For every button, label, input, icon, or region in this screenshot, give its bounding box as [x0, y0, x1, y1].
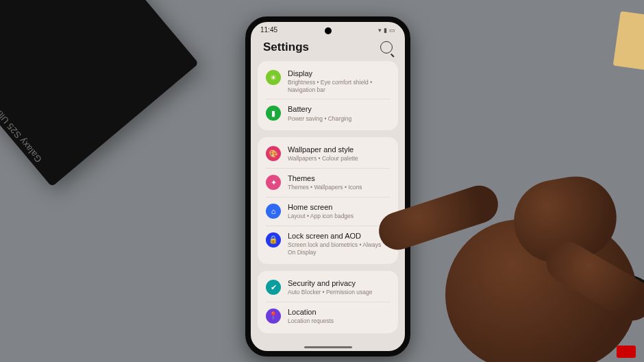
- settings-item-subtitle: Brightness • Eye comfort shield • Naviga…: [288, 79, 390, 93]
- settings-item[interactable]: ✔Security and privacyAuto Blocker • Perm…: [258, 274, 398, 302]
- settings-item[interactable]: ▮BatteryPower saving • Charging: [258, 99, 398, 128]
- sun-icon: ☀: [266, 70, 281, 85]
- signal-icon: ▮: [384, 27, 387, 34]
- search-icon[interactable]: [380, 41, 393, 53]
- settings-item-label: Location: [288, 308, 390, 317]
- status-time: 11:45: [260, 26, 277, 34]
- photo-scene: Galaxy S25 Ultra 11:45 ▾ ▮ ▭ Settings ☀D…: [0, 0, 644, 362]
- settings-item[interactable]: 🔒Lock screen and AODScreen lock and biom…: [258, 226, 398, 261]
- settings-item-subtitle: Auto Blocker • Permission usage: [288, 289, 390, 296]
- settings-item[interactable]: ✦ThemesThemes • Wallpapers • Icons: [258, 169, 398, 197]
- settings-item-label: Home screen: [288, 203, 390, 212]
- settings-item[interactable]: ⌂Home screenLayout • App icon badges: [258, 197, 398, 226]
- pin-icon: 📍: [266, 309, 281, 324]
- settings-group: ✔Security and privacyAuto Blocker • Perm…: [258, 271, 398, 333]
- settings-group: 🎨Wallpaper and styleWallpapers • Colour …: [258, 137, 398, 264]
- phone-frame: 11:45 ▾ ▮ ▭ Settings ☀DisplayBrightness …: [245, 16, 410, 357]
- home-icon: ⌂: [266, 204, 281, 219]
- battery-icon-status: ▭: [389, 27, 395, 34]
- brush-icon: ✦: [266, 175, 281, 190]
- status-icons: ▾ ▮ ▭: [378, 27, 395, 34]
- gesture-bar: [304, 346, 352, 348]
- wood-prop: [613, 11, 644, 71]
- settings-item-label: Lock screen and AOD: [288, 232, 390, 241]
- settings-item-subtitle: Location requests: [288, 317, 390, 325]
- settings-item[interactable]: 📍LocationLocation requests: [258, 302, 398, 330]
- settings-item-label: Themes: [288, 174, 390, 183]
- product-box: Galaxy S25 Ultra: [0, 0, 199, 187]
- settings-item-subtitle: Wallpapers • Colour palette: [288, 155, 390, 162]
- settings-list[interactable]: ☀DisplayBrightness • Eye comfort shield …: [251, 61, 405, 335]
- page-title: Settings: [263, 40, 309, 54]
- palette-icon: 🎨: [266, 146, 281, 161]
- settings-item-label: Security and privacy: [288, 279, 390, 288]
- front-camera-icon: [325, 27, 332, 34]
- battery-icon: ▮: [266, 106, 281, 121]
- watermark: [617, 346, 636, 358]
- settings-item-subtitle: Screen lock and biometrics • Always On D…: [288, 241, 390, 256]
- settings-item[interactable]: ☀DisplayBrightness • Eye comfort shield …: [258, 64, 398, 99]
- settings-item-subtitle: Layout • App icon badges: [288, 213, 390, 220]
- settings-item-label: Wallpaper and style: [288, 145, 390, 154]
- wifi-icon: ▾: [378, 27, 382, 34]
- header: Settings: [251, 35, 405, 61]
- lock-icon: 🔒: [266, 232, 281, 248]
- settings-item-subtitle: Power saving • Charging: [288, 115, 390, 123]
- shield-icon: ✔: [266, 280, 281, 295]
- settings-item-label: Battery: [288, 105, 390, 114]
- settings-item-label: Display: [288, 69, 390, 78]
- settings-group: ☀DisplayBrightness • Eye comfort shield …: [258, 61, 398, 130]
- settings-item-subtitle: Themes • Wallpapers • Icons: [288, 184, 390, 191]
- settings-item[interactable]: 🎨Wallpaper and styleWallpapers • Colour …: [258, 140, 398, 168]
- product-box-label: Galaxy S25 Ultra: [0, 104, 44, 165]
